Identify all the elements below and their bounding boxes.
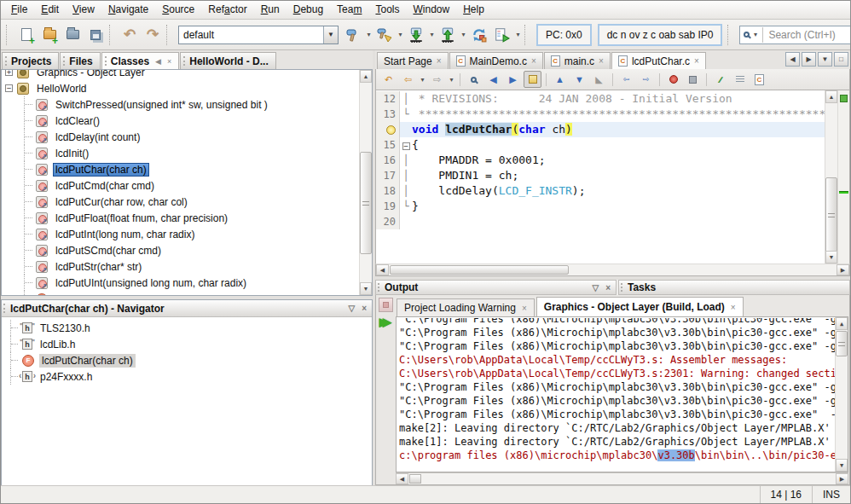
tab-helloworld-d[interactable]: HelloWorld - D... (180, 52, 275, 69)
line-number[interactable]: 13 (376, 107, 400, 122)
classes-vertical-scrollbar[interactable]: ▲ ▼ (359, 70, 372, 295)
scroll-right-icon[interactable]: ▶ (837, 264, 849, 275)
tree-item[interactable]: lcdPutCmd(char cmd) (2, 177, 359, 194)
code-line[interactable]: 19└} (376, 199, 825, 214)
tree-item[interactable]: lcdPutFloat(float fnum, char precision) (2, 210, 359, 226)
code-line[interactable]: 15−{ (376, 137, 825, 153)
console-line[interactable]: C:\Users\rob\AppData\Local\Temp/ccCLWyT3… (399, 353, 835, 367)
output-tab-graphics-object-layer-build-load[interactable]: Graphics - Object Layer (Build, Load)× (536, 297, 744, 316)
scroll-left-icon[interactable]: ◀ (396, 473, 408, 484)
stop-build-button[interactable] (379, 298, 393, 312)
close-icon[interactable]: × (522, 304, 527, 313)
scroll-tabs-left-icon[interactable]: ◀ (785, 52, 800, 67)
menu-team[interactable]: Team (330, 1, 368, 19)
tab-projects[interactable]: Projects (2, 52, 59, 69)
close-icon[interactable]: × (694, 56, 699, 66)
scroll-down-icon[interactable]: ▼ (836, 459, 848, 472)
menu-file[interactable]: File (4, 1, 34, 19)
toggle-highlight-button[interactable] (524, 71, 541, 88)
shift-left-button[interactable]: ⇦ (617, 71, 635, 88)
toolbar-grip[interactable] (109, 25, 114, 45)
navigator-item[interactable]: hTLS2130.h (2, 320, 372, 336)
build-project-button[interactable] (342, 23, 364, 47)
console-line[interactable]: c:\program files (x86)\microchip\mplabc3… (399, 449, 835, 462)
tree-item[interactable]: lcdPutStr(char* str) (2, 258, 359, 275)
maximize-window-icon[interactable]: □ (834, 52, 848, 67)
console-line[interactable]: "C:\Program Files (x86)\Microchip\mplabc… (399, 339, 835, 353)
code-line[interactable]: 17│ PMDIN1 = ch; (376, 168, 825, 183)
console-line[interactable]: make[2]: Leaving directory `C:/RTC/Lab2/… (399, 421, 835, 435)
tree-item[interactable]: lcdDelay(int count) (2, 129, 359, 145)
editor-horizontal-scrollbar[interactable]: ◀ ▶ (375, 264, 850, 276)
menu-refactor[interactable]: Refactor (201, 1, 253, 19)
hint-bulb-icon[interactable] (386, 125, 396, 135)
console-line[interactable]: "C:\Program Files (x86)\Microchip\mplabc… (399, 318, 835, 326)
menu-navigate[interactable]: Navigate (101, 1, 155, 19)
stop-macro-recording-button[interactable] (684, 71, 702, 88)
tab-list-icon[interactable]: ▼ (818, 52, 832, 67)
dock-icon[interactable]: ◀ (155, 57, 161, 66)
code-line[interactable]: 18│ lcdDelay(LCD_F_INSTR); (376, 183, 825, 199)
tree-item[interactable]: +Graphics - Object Layer (2, 70, 359, 80)
scrollbar-thumb[interactable] (360, 152, 372, 254)
comment-button[interactable]: ∕∕ (711, 71, 729, 88)
menu-help[interactable]: Help (456, 1, 491, 19)
error-stripe[interactable] (837, 90, 849, 264)
undo-button[interactable]: ↶ (119, 23, 141, 47)
line-number[interactable]: 15 (376, 137, 400, 153)
line-number[interactable] (376, 122, 400, 137)
fold-indicator[interactable]: − (400, 137, 412, 153)
tab-classes[interactable]: Classes◀× (101, 52, 180, 69)
menu-debug[interactable]: Debug (287, 1, 330, 19)
close-icon[interactable]: × (437, 56, 442, 66)
next-bookmark-button[interactable]: ▼ (570, 71, 588, 88)
close-icon[interactable]: × (531, 56, 536, 66)
scroll-right-icon[interactable]: ▶ (836, 473, 848, 484)
chevron-down-icon[interactable]: ▾ (514, 31, 522, 38)
fold-collapse-icon[interactable]: − (402, 142, 410, 150)
expander-icon[interactable]: + (5, 70, 13, 76)
code-line[interactable]: 16│ PMADDR = 0x0001; (376, 153, 825, 168)
close-icon[interactable]: × (167, 57, 171, 66)
minimize-window-icon[interactable]: ▽ (348, 304, 355, 313)
code-line[interactable]: 20 (376, 214, 825, 229)
chevron-down-icon[interactable]: ▾ (751, 31, 759, 38)
menu-tools[interactable]: Tools (368, 1, 406, 19)
scrollbar-thumb[interactable] (390, 265, 569, 275)
configuration-combo[interactable]: default ▼ (178, 26, 339, 44)
line-number[interactable]: 19 (376, 199, 400, 214)
tree-item[interactable]: −HelloWorld (2, 80, 359, 96)
code-line[interactable]: void lcdPutChar(char ch) (376, 122, 825, 137)
chevron-down-icon[interactable]: ▾ (460, 31, 467, 38)
tree-item[interactable]: lcdPutSCmd(char cmd) (2, 242, 359, 258)
open-project-button[interactable] (61, 23, 84, 47)
scroll-down-icon[interactable]: ▼ (360, 282, 372, 295)
minimize-window-icon[interactable]: ▽ (592, 283, 599, 293)
make-and-program-device-button[interactable] (405, 23, 427, 47)
occurrence-mark[interactable] (839, 191, 848, 194)
close-icon[interactable]: × (599, 56, 604, 66)
find-selection-button[interactable] (465, 71, 483, 88)
tab-files[interactable]: Files (60, 52, 100, 69)
tree-item[interactable]: Fmain() (2, 291, 359, 295)
chevron-down-icon[interactable]: ▾ (397, 31, 404, 38)
menu-source[interactable]: Source (155, 1, 201, 19)
scrollbar-thumb[interactable] (836, 331, 848, 356)
debug-project-button[interactable] (491, 23, 513, 47)
scrollbar-thumb[interactable] (825, 177, 837, 252)
forward-button[interactable]: ⇨ (428, 71, 446, 88)
line-number[interactable]: 18 (376, 183, 400, 199)
redo-button[interactable]: ↷ (142, 23, 164, 47)
chevron-down-icon[interactable]: ▾ (365, 31, 373, 38)
toolbar-grip[interactable] (166, 25, 171, 45)
shift-right-button[interactable]: ⇨ (637, 71, 655, 88)
navigator-item[interactable]: hlcdLib.h (2, 336, 372, 352)
tree-item[interactable]: lcdInit() (2, 145, 359, 161)
search-input[interactable] (767, 28, 851, 42)
scroll-left-icon[interactable]: ◀ (376, 264, 389, 275)
console-line[interactable]: make[1]: Leaving directory `C:/RTC/Lab2/… (399, 435, 835, 449)
start-macro-recording-button[interactable] (664, 71, 682, 88)
menu-window[interactable]: Window (406, 1, 456, 19)
goto-header-button[interactable]: C (750, 71, 768, 88)
tree-item[interactable]: SwitchPressed(unsigned int* sw, unsigned… (2, 96, 359, 113)
